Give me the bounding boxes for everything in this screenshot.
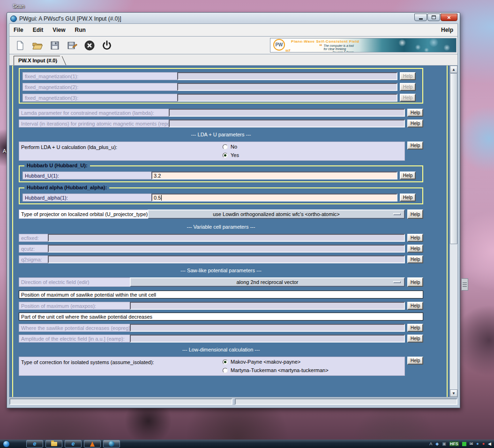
report-label: Interval (in iterations) for printing at… <box>19 119 169 127</box>
q2sigma-row: q2sigma: Help <box>19 255 423 263</box>
help-button[interactable]: Help <box>400 194 416 202</box>
quit-button[interactable] <box>100 38 114 52</box>
tab-pwx-input[interactable]: PW.X Input (#.0) <box>14 56 60 65</box>
assume-isolated-option-martyna-tuckerman[interactable]: Martyna-Tuckerman <martyna-tuckerman> <box>223 367 329 373</box>
fixed-magnetization-2-input[interactable] <box>177 83 397 91</box>
save-button[interactable] <box>48 38 62 52</box>
section-header-lda-u: --- LDA + U parameters --- <box>19 132 423 137</box>
u-projector-dropdown[interactable]: use Lowdin orthogonalized atomic wfc's <… <box>148 209 405 219</box>
tray-icon-green[interactable] <box>462 442 466 446</box>
new-file-button[interactable] <box>13 38 27 52</box>
menu-file[interactable]: File <box>14 27 23 33</box>
help-button[interactable]: Help <box>407 109 423 117</box>
help-button[interactable]: Help <box>400 172 416 179</box>
help-button[interactable]: Help <box>407 324 423 332</box>
tray-icon-hfs[interactable]: HFS <box>449 441 459 446</box>
menu-edit[interactable]: Edit <box>33 27 44 33</box>
edir-row: Direction of electric field (edir) along… <box>19 277 423 287</box>
help-button[interactable]: Help <box>407 357 423 365</box>
scrollbar-thumb[interactable] <box>450 73 457 244</box>
qcutz-input[interactable] <box>48 245 405 253</box>
sash-grip[interactable] <box>461 278 468 291</box>
open-folder-icon <box>32 40 43 51</box>
taskbar-item-ie2[interactable]: e <box>65 440 82 448</box>
help-button[interactable]: Help <box>407 119 423 127</box>
help-button[interactable]: Help <box>407 335 423 343</box>
scrollbar-trough[interactable] <box>450 73 457 389</box>
eamp-row: Amplitude of the electric field [in a.u.… <box>19 335 423 343</box>
horizontal-scrollbar-left[interactable] <box>9 398 232 405</box>
hubbard-alpha-group: Hubbard alpha (Hubbard_alpha): Hubbard_a… <box>19 187 423 204</box>
lambda-input[interactable] <box>169 109 405 117</box>
start-button[interactable] <box>3 441 10 448</box>
open-file-button[interactable] <box>30 38 45 52</box>
menu-run[interactable]: Run <box>75 27 85 33</box>
tray-icon-app1[interactable]: ◆ <box>435 441 439 446</box>
eopreg-row: Where the sawlike potential decreases (e… <box>19 324 423 332</box>
tray-icon-firefox[interactable]: ● <box>476 441 479 446</box>
lda-plus-u-row: Perform LDA + U calculation (lda_plus_u)… <box>19 142 423 161</box>
power-icon <box>101 40 112 51</box>
scroll-up-icon[interactable]: ▲ <box>450 66 457 73</box>
help-button[interactable]: Help <box>407 234 423 242</box>
minimize-icon <box>419 18 423 20</box>
menu-view[interactable]: View <box>52 27 65 33</box>
save-as-button[interactable] <box>65 38 79 52</box>
hubbard-u1-input[interactable]: 3.2 <box>151 172 397 179</box>
hubbard-u1-row: Hubbard_U(1): 3.2 Help <box>22 172 416 179</box>
q2sigma-input[interactable] <box>48 255 405 263</box>
close-button[interactable]: ✕ <box>441 14 457 21</box>
banner-title: Plane-Wave Self-Consistent Field <box>291 39 359 44</box>
section-header-variable-cell: --- Variable cell parameters --- <box>19 224 423 230</box>
help-button[interactable]: Help <box>407 277 423 287</box>
tray-icon-input[interactable]: A <box>429 441 432 446</box>
close-document-button[interactable] <box>82 38 97 52</box>
lda-plus-u-option-no[interactable]: No <box>223 144 239 149</box>
eamp-input[interactable] <box>130 335 405 343</box>
pwgui-taskbar-icon <box>109 441 114 447</box>
help-button[interactable]: Help <box>400 83 416 91</box>
hubbard-alpha1-input[interactable]: 0.5 <box>151 194 397 202</box>
maximize-button[interactable] <box>427 14 440 21</box>
help-button[interactable]: Help <box>407 245 423 253</box>
form-container: fixed_magnetization(1): Help fixed_magne… <box>9 65 458 397</box>
edir-dropdown[interactable]: along 2nd reciprocal vector <box>130 277 405 287</box>
radio-icon <box>223 144 228 149</box>
help-button[interactable]: Help <box>400 94 416 102</box>
hubbard-alpha1-label: Hubbard_alpha(1): <box>22 194 151 202</box>
taskbar-item-ie[interactable]: e <box>26 440 43 448</box>
ecfixed-input[interactable] <box>48 234 405 242</box>
lda-plus-u-option-yes[interactable]: Yes <box>223 152 239 158</box>
horizontal-scrollbar-right[interactable] <box>235 398 458 405</box>
tray-icon-mail[interactable]: ✉ <box>470 441 473 446</box>
help-button[interactable]: Help <box>407 142 423 149</box>
assume-isolated-option-makov-payne[interactable]: Makov-Payne <makov-payne> <box>223 359 329 365</box>
fixed-magnetization-1-input[interactable] <box>177 72 397 80</box>
titlebar[interactable]: PWgui: A PWscf's GUI [PW.X Input (#.0)] … <box>9 13 458 23</box>
tray-icon-volume[interactable]: ◀ <box>488 441 491 446</box>
namelist-frame: fixed_magnetization(1): Help fixed_magne… <box>12 66 448 397</box>
emaxpos-input[interactable] <box>130 302 405 310</box>
taskbar-item-explorer[interactable] <box>45 440 62 448</box>
taskbar-item-media[interactable] <box>84 440 101 448</box>
folder-icon <box>51 442 57 446</box>
menu-help[interactable]: Help <box>441 27 453 33</box>
tray-icon-red[interactable]: ● <box>482 441 485 446</box>
taskbar-item-pwgui[interactable] <box>103 440 120 448</box>
tray-icon-monitor[interactable]: ▣ <box>442 441 446 446</box>
vertical-scrollbar[interactable]: ▲ ▼ <box>449 66 457 397</box>
help-button[interactable]: Help <box>400 72 416 80</box>
fixed-magnetization-2-label: fixed_magnetization(2): <box>22 83 177 91</box>
help-button[interactable]: Help <box>407 302 423 310</box>
desktop-icon-scan[interactable]: Scan <box>13 3 24 9</box>
scroll-down-icon[interactable]: ▼ <box>450 389 457 397</box>
help-button[interactable]: Help <box>407 209 423 219</box>
eopreg-input[interactable] <box>130 324 405 332</box>
hubbard-u-group-title: Hubbarb U (Hubbard_U): <box>24 163 90 168</box>
hubbard-u1-label: Hubbard_U(1): <box>22 172 151 179</box>
assume-isolated-label: Type of correction for isolated systems … <box>21 358 223 373</box>
help-button[interactable]: Help <box>407 255 423 263</box>
report-input[interactable] <box>169 119 405 127</box>
fixed-magnetization-3-input[interactable] <box>177 94 397 102</box>
minimize-button[interactable] <box>414 14 427 21</box>
